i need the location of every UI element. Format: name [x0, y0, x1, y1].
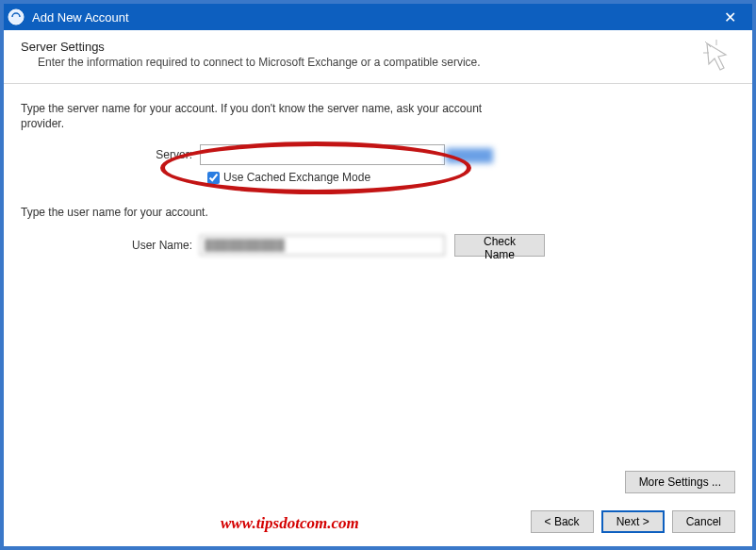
server-label: Server:	[21, 148, 200, 161]
svg-line-1	[705, 42, 711, 47]
next-button[interactable]: Next >	[601, 510, 665, 533]
server-input[interactable]	[200, 144, 445, 165]
page-title: Server Settings	[21, 40, 703, 54]
cached-mode-label: Use Cached Exchange Mode	[223, 171, 370, 184]
back-button[interactable]: < Back	[531, 510, 594, 533]
cursor-icon	[703, 40, 735, 72]
page-subtitle: Enter the information required to connec…	[21, 56, 703, 69]
cached-mode-checkbox[interactable]	[207, 172, 220, 184]
server-instruction: Type the server name for your account. I…	[21, 101, 492, 131]
svg-point-0	[8, 9, 24, 25]
header-band: Server Settings Enter the information re…	[4, 30, 752, 84]
username-input[interactable]	[200, 235, 445, 256]
check-name-button[interactable]: Check Name	[454, 234, 545, 257]
titlebar: Add New Account ✕	[4, 4, 752, 30]
watermark: www.tipsdotcom.com	[221, 514, 359, 533]
close-button[interactable]: ✕	[711, 8, 748, 26]
window-title: Add New Account	[32, 10, 711, 25]
more-settings-button[interactable]: More Settings ...	[625, 471, 735, 493]
user-instruction: Type the user name for your account.	[21, 205, 492, 220]
redacted-tail	[446, 148, 493, 163]
app-icon	[8, 8, 25, 25]
cancel-button[interactable]: Cancel	[672, 510, 735, 533]
username-label: User Name:	[21, 239, 200, 252]
